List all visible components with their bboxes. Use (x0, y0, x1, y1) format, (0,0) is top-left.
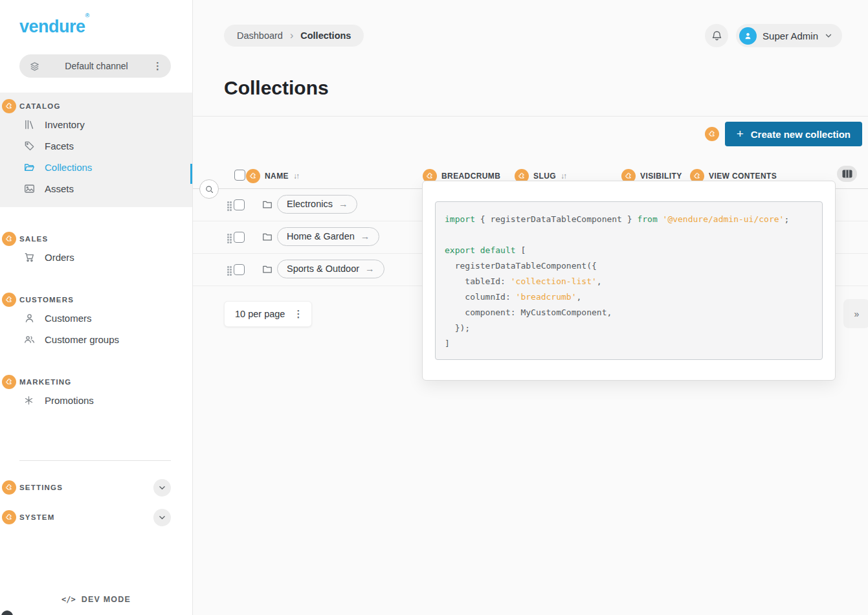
section-label: SETTINGS (19, 484, 63, 491)
code-icon: </> (61, 595, 76, 604)
notifications-button[interactable] (705, 24, 728, 47)
sidebar-item-assets[interactable]: Assets (0, 178, 192, 199)
sidebar-item-promotions[interactable]: Promotions (0, 390, 192, 411)
sidebar-section-settings[interactable]: SETTINGS (0, 479, 192, 496)
collection-link[interactable]: Home & Garden → (277, 227, 379, 246)
row-checkbox[interactable] (234, 232, 245, 243)
column-label: VISIBILITY (640, 172, 682, 181)
header-divider (193, 116, 868, 117)
sidebar-divider (19, 460, 171, 461)
column-label: VIEW CONTENTS (709, 172, 777, 181)
corner-widget[interactable] (1, 610, 13, 615)
items-per-page-select[interactable]: 10 per page ⋮ (224, 301, 312, 327)
extension-point-badge[interactable] (2, 99, 16, 113)
channel-switcher[interactable]: Default channel ⋮ (19, 54, 171, 78)
column-label: NAME (265, 172, 289, 181)
channel-menu-kebab-icon[interactable]: ⋮ (153, 60, 162, 72)
create-button-label: Create new collection (751, 129, 851, 140)
sidebar-item-label: Orders (45, 252, 74, 263)
user-name: Super Admin (762, 30, 818, 41)
bell-icon (711, 30, 723, 42)
sidebar-item-customer-groups[interactable]: Customer groups (0, 329, 192, 350)
sidebar-item-orders[interactable]: Orders (0, 247, 192, 268)
collection-link[interactable]: Electronics → (277, 195, 357, 214)
search-icon (205, 184, 214, 194)
folder-icon (262, 264, 273, 274)
section-header-sales: SALES (0, 231, 192, 247)
sidebar-item-label: Collections (45, 162, 92, 173)
breadcrumb: Dashboard › Collections (224, 25, 364, 47)
chevron-down-icon (824, 31, 833, 40)
layers-icon (29, 61, 40, 72)
breadcrumb-item-dashboard[interactable]: Dashboard (237, 30, 283, 41)
select-all-checkbox[interactable] (234, 170, 245, 181)
sidebar-section-catalog: CATALOG Inventory Facets Collections Ass… (0, 93, 192, 207)
drag-handle-icon[interactable] (227, 201, 232, 212)
chevron-down-icon (158, 513, 166, 522)
create-new-collection-button[interactable]: + Create new collection (725, 122, 862, 146)
sidebar-section-customers: CUSTOMERS Customers Customer groups (0, 292, 192, 350)
code-block: import { registerDataTableComponent } fr… (435, 201, 823, 360)
search-button[interactable] (199, 179, 219, 199)
sort-icon[interactable]: ↓↑ (561, 172, 566, 181)
expand-system-button[interactable] (153, 509, 171, 526)
dev-mode-toggle[interactable]: </> DEV MODE (0, 595, 192, 604)
promotion-icon (24, 396, 36, 405)
breadcrumb-item-collections[interactable]: Collections (300, 30, 351, 41)
user-icon (24, 313, 36, 324)
sidebar-item-label: Facets (45, 140, 74, 151)
sidebar: vendure® Default channel ⋮ CATALOG Inven… (0, 0, 193, 615)
sidebar-item-label: Customers (45, 313, 92, 324)
extension-point-badge[interactable] (2, 232, 16, 246)
next-page-button[interactable]: » (843, 299, 868, 328)
section-label: MARKETING (19, 378, 71, 386)
active-item-indicator (190, 164, 192, 184)
collection-link[interactable]: Sports & Outdoor → (277, 260, 384, 278)
row-checkbox[interactable] (234, 199, 245, 210)
extension-point-badge[interactable] (2, 293, 16, 307)
sidebar-section-system[interactable]: SYSTEM (0, 509, 192, 526)
section-label: CUSTOMERS (19, 296, 74, 304)
channel-label: Default channel (40, 61, 153, 71)
users-icon (24, 334, 36, 345)
collection-name: Home & Garden (287, 231, 355, 241)
library-icon (24, 119, 36, 130)
section-label: CATALOG (19, 102, 61, 110)
top-bar: Dashboard › Collections Super Admin (193, 0, 868, 47)
drag-handle-icon[interactable] (227, 266, 232, 276)
arrow-right-icon: → (365, 263, 375, 274)
extension-point-badge[interactable] (2, 480, 16, 495)
chevron-down-icon (158, 484, 166, 492)
sidebar-item-inventory[interactable]: Inventory (0, 114, 192, 135)
column-label: SLUG (533, 172, 556, 181)
section-label: SALES (19, 235, 48, 243)
per-page-kebab-icon: ⋮ (293, 308, 303, 320)
sidebar-item-facets[interactable]: Facets (0, 135, 192, 157)
extension-point-badge[interactable] (246, 169, 260, 183)
user-menu[interactable]: Super Admin (736, 24, 842, 47)
trademark-mark: ® (85, 12, 89, 19)
extension-point-badge[interactable] (2, 375, 16, 389)
folder-icon (262, 199, 273, 210)
column-settings-button[interactable] (837, 166, 857, 182)
expand-settings-button[interactable] (153, 479, 171, 497)
plus-icon: + (737, 127, 744, 141)
sidebar-item-collections[interactable]: Collections (0, 157, 192, 178)
image-icon (24, 183, 36, 194)
column-label: BREADCRUMB (441, 172, 500, 181)
columns-icon (842, 170, 852, 178)
drag-handle-icon[interactable] (227, 234, 232, 244)
sort-icon[interactable]: ↓↑ (293, 172, 298, 181)
page-title: Collections (224, 77, 868, 99)
column-header-name[interactable]: NAME ↓↑ (246, 169, 298, 183)
extension-point-badge[interactable] (2, 510, 16, 524)
extension-point-badge[interactable] (705, 127, 719, 141)
section-header-catalog: CATALOG (0, 98, 192, 114)
sidebar-item-customers[interactable]: Customers (0, 308, 192, 329)
dev-mode-code-popup: import { registerDataTableComponent } fr… (422, 181, 836, 381)
per-page-label: 10 per page (235, 309, 285, 319)
chevron-right-icon: › (290, 30, 293, 41)
row-checkbox[interactable] (234, 264, 245, 275)
sidebar-section-marketing: MARKETING Promotions (0, 374, 192, 411)
section-header-marketing: MARKETING (0, 374, 192, 390)
